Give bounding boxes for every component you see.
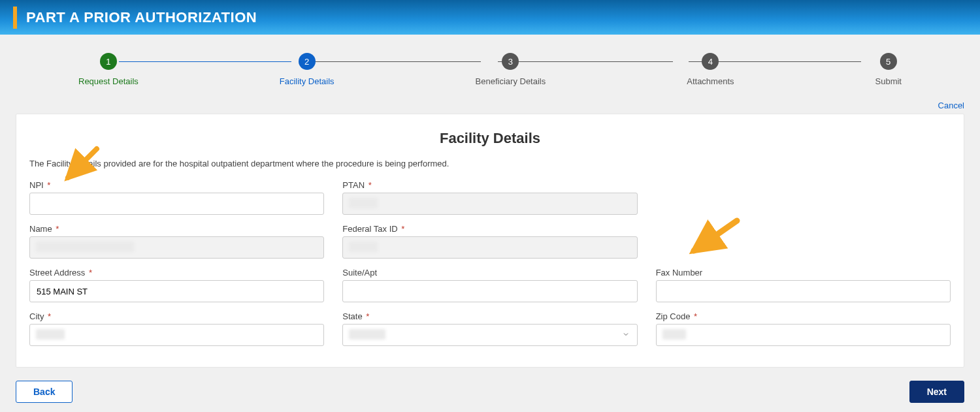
form-grid: NPI * PTAN * Name * Federal Tax ID * [29,175,951,350]
fax-label: Fax Number [656,268,951,277]
name-label: Name * [29,224,324,234]
redacted-value [349,198,378,208]
city-label: City * [29,311,324,321]
empty [656,219,951,262]
state-label: State * [342,311,637,321]
step-number: 2 [299,53,316,70]
step-submit[interactable]: 5 Submit [875,53,902,86]
header-accent [13,7,17,29]
npi-label: NPI * [29,180,324,190]
step-connector [308,61,481,62]
city-field: City * [29,306,324,346]
redacted-value [36,242,134,252]
step-label: Request Details [78,76,139,86]
card-description: The Facility Details provided are for th… [29,159,951,168]
fed-tax-field: Federal Tax ID * [342,219,637,259]
npi-field: NPI * [29,175,324,215]
ptan-label: PTAN * [342,180,637,190]
step-request-details[interactable]: 1 Request Details [78,53,139,86]
redacted-value [349,329,385,340]
zip-field: Zip Code * [656,306,951,346]
cancel-link[interactable]: Cancel [938,101,964,110]
fax-field: Fax Number [656,262,951,302]
step-number: 5 [880,53,897,70]
ptan-input [342,193,637,215]
state-field: State * [342,306,637,346]
step-beneficiary-details[interactable]: 3 Beneficiary Details [476,53,546,86]
step-number: 3 [502,53,519,70]
street-field: Street Address * [29,262,324,302]
card-title: Facility Details [29,130,951,147]
npi-input[interactable] [29,193,324,215]
back-button[interactable]: Back [16,381,73,403]
page-header: PART A PRIOR AUTHORIZATION [0,0,980,35]
step-label: Beneficiary Details [476,76,546,86]
step-label: Submit [875,76,902,86]
street-label: Street Address * [29,268,324,277]
footer-actions: Back Next [0,368,980,403]
step-label: Facility Details [280,76,335,86]
redacted-value [36,329,65,340]
suite-label: Suite/Apt [342,268,637,277]
street-input[interactable] [29,280,324,302]
city-input[interactable] [29,324,324,346]
redacted-value [349,242,378,252]
step-facility-details[interactable]: 2 Facility Details [280,53,335,86]
step-number: 4 [702,53,719,70]
suite-field: Suite/Apt [342,262,637,302]
step-attachments[interactable]: 4 Attachments [687,53,734,86]
zip-input[interactable] [656,324,951,346]
fed-tax-label: Federal Tax ID * [342,224,637,234]
progress-stepper: 1 Request Details 2 Facility Details 3 B… [0,35,980,93]
redacted-value [662,329,686,340]
zip-label: Zip Code * [656,311,951,321]
suite-input[interactable] [342,280,637,302]
empty [656,175,951,219]
fed-tax-input [342,236,637,259]
step-label: Attachments [687,76,734,86]
step-connector [119,61,291,62]
state-select[interactable] [342,324,637,346]
ptan-field: PTAN * [342,175,637,215]
name-field: Name * [29,219,324,259]
cancel-container: Cancel [0,99,980,111]
fax-input[interactable] [656,280,951,302]
page-title: PART A PRIOR AUTHORIZATION [26,9,257,26]
next-button[interactable]: Next [909,381,964,403]
facility-details-card: Facility Details The Facility Details pr… [16,114,964,368]
step-number: 1 [100,53,117,70]
